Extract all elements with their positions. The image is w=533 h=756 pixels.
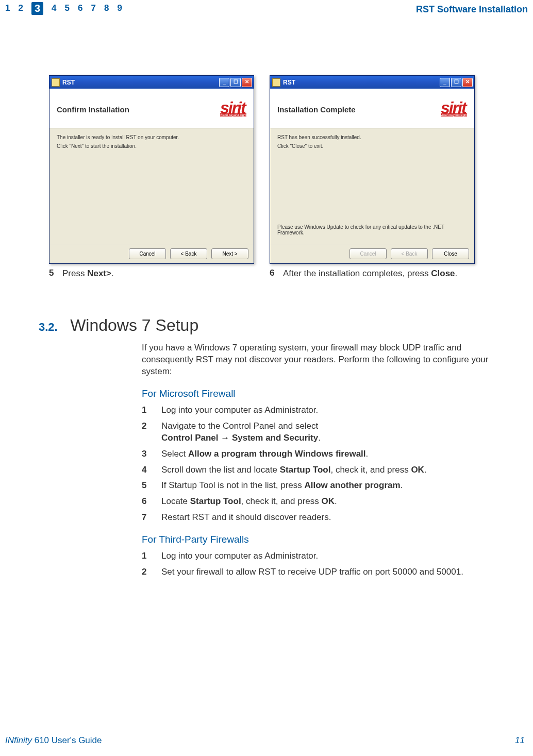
list-number: 1 [142,550,149,562]
section-title: Windows 7 Setup [70,316,198,335]
dialog-text-2: Click "Close" to exit. [277,143,467,149]
app-icon [272,78,280,87]
step-caption-6: 6 After the installation completes, pres… [270,268,475,280]
dialog-text-1: RST has been successfully installed. [277,135,467,140]
list-item: 6Locate Startup Tool, check it, and pres… [142,496,513,508]
list-text: Log into your computer as Administrator. [161,405,318,416]
cancel-button[interactable]: Cancel [129,248,166,259]
back-button[interactable]: < Back [170,248,207,259]
dialog-note: Please use Windows Update to check for a… [277,224,467,236]
list-item: 7Restart RST and it should discover read… [142,512,513,524]
list-number: 5 [142,480,149,492]
app-icon [52,78,60,87]
chapter-7: 7 [91,3,95,16]
back-button: < Back [391,248,428,259]
subheading-thirdparty-firewalls: For Third-Party Firewalls [142,534,513,545]
chapter-nav: 1 2 3 4 5 6 7 8 9 [5,3,122,16]
list-number: 7 [142,512,149,524]
titlebar: RST _ ☐ ✕ [49,76,254,89]
installer-dialog-confirm: RST _ ☐ ✕ Confirm Installation sirit vis… [49,75,254,264]
chapter-5: 5 [65,3,70,16]
chapter-1: 1 [5,3,10,16]
window-title: RST [62,79,75,86]
dialog-text-2: Click "Next" to start the installation. [57,143,246,149]
window-title: RST [283,79,295,86]
list-text: Scroll down the list and locate Startup … [161,464,427,476]
maximize-icon[interactable]: ☐ [451,78,461,87]
list-text: Locate Startup Tool, check it, and press… [161,496,337,508]
titlebar: RST _ ☐ ✕ [270,76,474,89]
maximize-icon[interactable]: ☐ [230,78,241,87]
page-header: 1 2 3 4 5 6 7 8 9 RST Software Installat… [0,0,533,16]
list-item: 2Set your firewall to allow RST to recei… [142,566,513,578]
next-button[interactable]: Next > [211,248,248,259]
dialog-heading: Installation Complete [277,105,356,114]
list-number: 1 [142,405,149,416]
cancel-button: Cancel [349,248,387,259]
close-icon[interactable]: ✕ [462,78,473,87]
sirit-logo: sirit vision beyond sight [220,102,246,117]
chapter-8: 8 [104,3,109,16]
page-number: 11 [515,735,525,746]
minimize-icon[interactable]: _ [440,78,450,87]
dialog-heading: Confirm Installation [57,105,129,114]
list-item: 1Log into your computer as Administrator… [142,405,513,416]
list-text: Restart RST and it should discover reade… [161,512,331,524]
list-text: Navigate to the Control Panel and select… [161,421,321,444]
close-icon[interactable]: ✕ [242,78,252,87]
document-title: RST Software Installation [416,4,528,15]
chapter-9: 9 [117,3,122,16]
list-item: 3Select Allow a program through Windows … [142,448,513,460]
list-item: 5If Startup Tool is not in the list, pre… [142,480,513,492]
list-number: 2 [142,566,149,578]
list-text: Set your firewall to allow RST to receiv… [161,566,463,578]
chapter-6: 6 [78,3,82,16]
section-intro: If you have a Windows 7 operating system… [142,342,513,378]
close-button[interactable]: Close [432,248,469,259]
list-item: 2Navigate to the Control Panel and selec… [142,421,513,444]
page-footer: INfinity 610 User's Guide 11 [2,735,528,746]
list-number: 6 [142,496,149,508]
list-microsoft-firewall: 1Log into your computer as Administrator… [142,405,513,524]
chapter-3-current: 3 [31,2,43,15]
installer-dialog-complete: RST _ ☐ ✕ Installation Complete sirit vi… [270,75,475,264]
dialog-text-1: The installer is ready to install RST on… [57,135,246,140]
list-number: 2 [142,421,149,444]
footer-left: INfinity 610 User's Guide [5,735,102,746]
list-text: Select Allow a program through Windows f… [161,448,368,460]
chapter-2: 2 [18,3,23,16]
list-item: 1Log into your computer as Administrator… [142,550,513,562]
list-number: 4 [142,464,149,476]
list-item: 4Scroll down the list and locate Startup… [142,464,513,476]
sirit-logo: sirit vision beyond sight [441,102,467,117]
list-text: Log into your computer as Administrator. [161,550,318,562]
subheading-microsoft-firewall: For Microsoft Firewall [142,388,513,399]
chapter-4: 4 [52,3,56,16]
section-number: 3.2. [39,321,58,334]
list-number: 3 [142,448,149,460]
step-caption-5: 5 Press Next>. [49,268,254,280]
minimize-icon[interactable]: _ [219,78,229,87]
list-text: If Startup Tool is not in the list, pres… [161,480,403,492]
list-thirdparty-firewalls: 1Log into your computer as Administrator… [142,550,513,578]
